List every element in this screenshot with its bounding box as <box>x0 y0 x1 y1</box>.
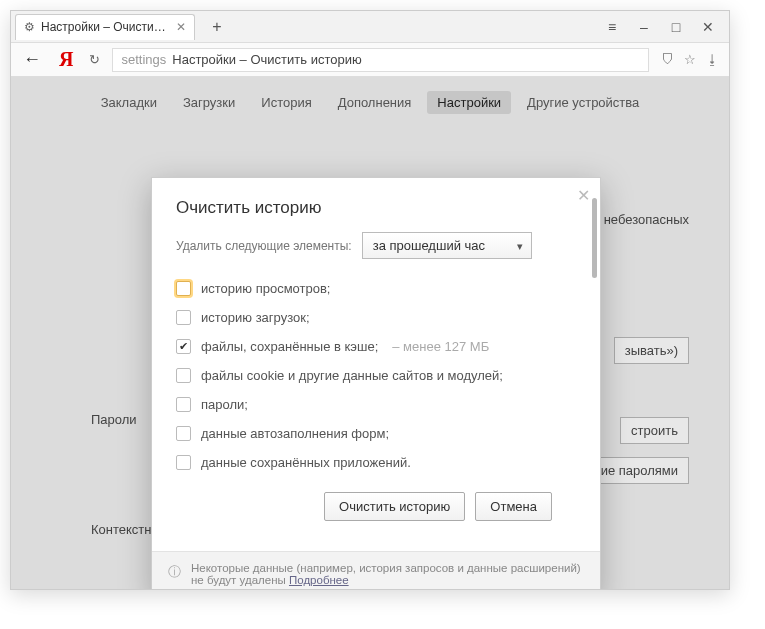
reload-icon[interactable]: ↻ <box>85 52 104 67</box>
minimize-icon[interactable]: – <box>633 19 655 35</box>
nav-devices[interactable]: Другие устройства <box>517 91 649 114</box>
bg-button-passwords[interactable]: ие паролями <box>590 457 689 484</box>
dialog-title: Очистить историю <box>176 198 576 218</box>
option-download-history[interactable]: историю загрузок; <box>176 310 576 325</box>
time-range-select[interactable]: за прошедший час ▾ <box>362 232 532 259</box>
checkbox[interactable] <box>176 281 191 296</box>
checkbox[interactable] <box>176 397 191 412</box>
close-dialog-icon[interactable]: ✕ <box>577 186 590 205</box>
bg-label-passwords: Пароли <box>91 412 137 427</box>
close-tab-icon[interactable]: ✕ <box>176 20 186 34</box>
back-button[interactable]: ← <box>17 49 47 70</box>
option-passwords[interactable]: пароли; <box>176 397 576 412</box>
yandex-logo-icon[interactable]: Я <box>55 48 77 71</box>
nav-history[interactable]: История <box>251 91 321 114</box>
tab-strip: ⚙ Настройки – Очистить и ✕ + ≡ – □ ✕ <box>11 11 729 43</box>
chevron-down-icon: ▾ <box>517 240 523 253</box>
bg-button[interactable]: зывать») <box>614 337 689 364</box>
time-range-value: за прошедший час <box>373 238 485 253</box>
dialog-footer: ⓘ Некоторые данные (например, история за… <box>152 551 600 589</box>
shield-icon[interactable]: ⛉ <box>661 52 674 67</box>
close-window-icon[interactable]: ✕ <box>697 19 719 35</box>
page-content: Закладки Загрузки История Дополнения Нас… <box>11 77 729 589</box>
url-prefix: settings <box>121 52 166 67</box>
download-icon[interactable]: ⭳ <box>706 52 719 67</box>
dialog-subtitle: Удалить следующие элементы: <box>176 239 352 253</box>
address-field[interactable]: settings Настройки – Очистить историю <box>112 48 649 72</box>
browser-window: ⚙ Настройки – Очистить и ✕ + ≡ – □ ✕ ← Я… <box>10 10 730 590</box>
checkbox-checked[interactable]: ✔ <box>176 339 191 354</box>
clear-history-button[interactable]: Очистить историю <box>324 492 465 521</box>
window-controls: ≡ – □ ✕ <box>601 19 725 35</box>
checkbox[interactable] <box>176 426 191 441</box>
settings-nav: Закладки Загрузки История Дополнения Нас… <box>11 77 729 124</box>
nav-downloads[interactable]: Загрузки <box>173 91 245 114</box>
bg-label-context: Контекстн <box>91 522 152 537</box>
checkbox[interactable] <box>176 455 191 470</box>
browser-tab[interactable]: ⚙ Настройки – Очистить и ✕ <box>15 14 195 40</box>
url-title: Настройки – Очистить историю <box>172 52 361 67</box>
footer-text: Некоторые данные (например, история запр… <box>191 562 581 586</box>
checkbox[interactable] <box>176 368 191 383</box>
new-tab-button[interactable]: + <box>205 15 229 39</box>
toolbar-icons: ⛉ ☆ ⭳ <box>657 52 723 67</box>
option-cache[interactable]: ✔ файлы, сохранённые в кэше; – менее 127… <box>176 339 576 354</box>
nav-extensions[interactable]: Дополнения <box>328 91 422 114</box>
option-apps-data[interactable]: данные сохранённых приложений. <box>176 455 576 470</box>
option-autofill[interactable]: данные автозаполнения форм; <box>176 426 576 441</box>
clear-history-dialog: ✕ Очистить историю Удалить следующие эле… <box>151 177 601 589</box>
maximize-icon[interactable]: □ <box>665 19 687 35</box>
option-browsing-history[interactable]: историю просмотров; <box>176 281 576 296</box>
clear-options-list: историю просмотров; историю загрузок; ✔ … <box>176 281 576 470</box>
info-icon: ⓘ <box>168 563 181 581</box>
nav-bookmarks[interactable]: Закладки <box>91 91 167 114</box>
menu-icon[interactable]: ≡ <box>601 19 623 35</box>
tab-title: Настройки – Очистить и <box>41 20 170 34</box>
gear-icon: ⚙ <box>24 20 35 34</box>
option-cookies[interactable]: файлы cookie и другие данные сайтов и мо… <box>176 368 576 383</box>
address-bar: ← Я ↻ settings Настройки – Очистить исто… <box>11 43 729 77</box>
bg-text: на небезопасных <box>586 212 689 227</box>
bg-button-configure[interactable]: строить <box>620 417 689 444</box>
nav-settings[interactable]: Настройки <box>427 91 511 114</box>
learn-more-link[interactable]: Подробнее <box>289 574 349 586</box>
scrollbar-thumb[interactable] <box>592 198 597 278</box>
bookmark-star-icon[interactable]: ☆ <box>684 52 696 67</box>
checkbox[interactable] <box>176 310 191 325</box>
cancel-button[interactable]: Отмена <box>475 492 552 521</box>
